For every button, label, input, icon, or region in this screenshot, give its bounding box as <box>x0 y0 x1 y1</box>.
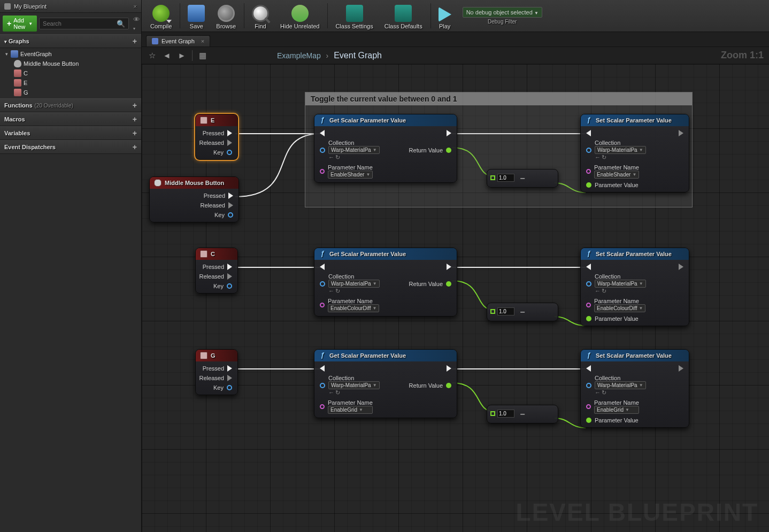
param-select[interactable]: EnableGrid▼ <box>328 406 373 414</box>
pin-a[interactable] <box>490 411 495 416</box>
pin-released[interactable]: Released <box>199 273 232 280</box>
pin-exec-in[interactable] <box>586 365 591 372</box>
add-function-icon[interactable]: + <box>133 101 137 110</box>
node-get-scalar-2[interactable]: Get Scalar Parameter Value CollectionWar… <box>314 248 457 317</box>
cat-functions[interactable]: Functions(20 Overridable)+ <box>0 98 141 112</box>
tree-eventgraph[interactable]: ▾EventGraph <box>0 49 141 59</box>
pin-pressed[interactable]: Pressed <box>203 130 232 136</box>
collection-select[interactable]: Warp-MaterialPa▼ <box>595 381 646 389</box>
pin-parameter-value[interactable]: Parameter Value <box>586 417 639 423</box>
pin-collection[interactable]: CollectionWarp-MaterialPa▼ ←↻ <box>586 375 646 396</box>
cat-graphs[interactable]: ▾Graphs+ <box>0 34 141 48</box>
tree-c[interactable]: C <box>0 68 141 78</box>
input-a[interactable] <box>497 174 514 182</box>
tree-e[interactable]: E <box>0 78 141 88</box>
pin-exec-in[interactable] <box>320 264 325 270</box>
play-button[interactable]: Play <box>433 0 457 32</box>
close-tab-icon[interactable]: × <box>201 38 204 44</box>
pin-released[interactable]: Released <box>199 375 232 381</box>
search-input[interactable] <box>43 20 117 27</box>
nav-fwd-icon[interactable]: ► <box>177 51 187 60</box>
pin-collection[interactable]: CollectionWarp-MaterialPa▼ ←↻ <box>320 273 380 295</box>
nav-graph-icon[interactable]: ▦ <box>198 51 207 60</box>
collection-select[interactable]: Warp-MaterialPa▼ <box>328 146 380 154</box>
node-subtract-3[interactable]: − <box>487 405 558 423</box>
cat-dispatchers[interactable]: Event Dispatchers+ <box>0 140 141 154</box>
input-a[interactable] <box>497 307 514 315</box>
panel-tab[interactable]: My Blueprint × <box>0 0 141 13</box>
save-button[interactable]: Save <box>182 0 211 32</box>
pin-exec-out[interactable] <box>447 264 451 270</box>
param-select[interactable]: EnableShader▼ <box>594 171 639 179</box>
pin-exec-out[interactable] <box>447 365 451 372</box>
collection-select[interactable]: Warp-MaterialPa▼ <box>595 146 646 154</box>
pin-pressed[interactable]: Pressed <box>204 192 233 199</box>
node-key-g[interactable]: G Pressed Released Key <box>195 349 238 395</box>
pin-parameter-value[interactable]: Parameter Value <box>586 315 639 322</box>
collection-select[interactable]: Warp-MaterialPa▼ <box>595 280 646 288</box>
pin-key[interactable]: Key <box>213 283 232 289</box>
node-key-e[interactable]: E Pressed Released Key <box>195 114 238 160</box>
pin-exec-in[interactable] <box>586 264 591 270</box>
pin-pressed[interactable]: Pressed <box>203 365 232 372</box>
close-icon[interactable]: × <box>134 3 137 10</box>
pin-return-value[interactable]: Return Value <box>409 147 451 153</box>
browse-button[interactable]: Browse <box>211 0 242 32</box>
pin-collection[interactable]: CollectionWarp-MaterialPa▼ ←↻ <box>320 140 380 161</box>
favorite-icon[interactable]: ☆ <box>147 51 157 60</box>
node-set-scalar-1[interactable]: Set Scalar Parameter Value CollectionWar… <box>580 114 689 192</box>
search-box[interactable]: 🔍 <box>39 18 129 29</box>
pin-exec-out[interactable] <box>447 130 451 136</box>
input-a[interactable] <box>497 410 514 418</box>
class-settings-button[interactable]: Class Settings <box>330 0 379 32</box>
tree-g[interactable]: G <box>0 88 141 97</box>
cat-macros[interactable]: Macros+ <box>0 112 141 126</box>
tab-event-graph[interactable]: Event Graph × <box>146 35 210 47</box>
add-graph-icon[interactable]: + <box>133 37 137 45</box>
node-middle-mouse[interactable]: Middle Mouse Button Pressed Released Key <box>149 176 239 222</box>
pin-key[interactable]: Key <box>213 384 232 391</box>
pin-exec-out[interactable] <box>679 365 683 372</box>
pin-pressed[interactable]: Pressed <box>203 264 232 270</box>
node-key-c[interactable]: C Pressed Released Key <box>195 248 238 294</box>
pin-released[interactable]: Released <box>199 140 232 146</box>
collection-select[interactable]: Warp-MaterialPa▼ <box>328 381 380 389</box>
pin-parameter-name[interactable]: Parameter NameEnableShader▼ <box>586 164 639 179</box>
pin-return-value[interactable]: Return Value <box>409 281 451 287</box>
node-get-scalar-1[interactable]: Get Scalar Parameter Value CollectionWar… <box>314 114 457 183</box>
pin-key[interactable]: Key <box>214 212 233 218</box>
node-get-scalar-3[interactable]: Get Scalar Parameter Value CollectionWar… <box>314 349 457 418</box>
node-set-scalar-3[interactable]: Set Scalar Parameter Value CollectionWar… <box>580 349 689 428</box>
param-select[interactable]: EnableColourDiff▼ <box>328 304 379 312</box>
pin-collection[interactable]: CollectionWarp-MaterialPa▼ ←↻ <box>586 273 646 295</box>
node-subtract-2[interactable]: − <box>487 303 558 321</box>
nav-back-icon[interactable]: ◄ <box>162 51 172 60</box>
pin-exec-in[interactable] <box>586 130 591 136</box>
cat-variables[interactable]: Variables+ <box>0 126 141 140</box>
param-select[interactable]: EnableGrid▼ <box>594 406 639 414</box>
breadcrumb-root[interactable]: ExampleMap <box>277 51 321 60</box>
pin-a[interactable] <box>490 175 495 180</box>
add-variable-icon[interactable]: + <box>133 129 137 137</box>
pin-parameter-name[interactable]: Parameter NameEnableColourDiff▼ <box>320 298 379 312</box>
add-new-button[interactable]: +Add New▼ <box>3 16 37 32</box>
pin-exec-in[interactable] <box>320 365 325 372</box>
pin-parameter-name[interactable]: Parameter NameEnableShader▼ <box>320 164 373 179</box>
pin-parameter-value[interactable]: Parameter Value <box>586 182 639 188</box>
pin-collection[interactable]: CollectionWarp-MaterialPa▼ ←↻ <box>320 375 380 396</box>
pin-released[interactable]: Released <box>201 202 233 209</box>
pin-parameter-name[interactable]: Parameter NameEnableGrid▼ <box>320 399 373 414</box>
pin-key[interactable]: Key <box>213 149 232 156</box>
debug-object-select[interactable]: No debug object selected ▼ <box>463 7 542 18</box>
pin-exec-out[interactable] <box>679 264 683 270</box>
hide-unrelated-button[interactable]: Hide Unrelated <box>275 0 325 32</box>
visibility-toggle[interactable]: 👁▾ <box>131 16 142 32</box>
graph-canvas[interactable]: Toggle the current value between 0 and 1… <box>142 64 769 532</box>
add-macro-icon[interactable]: + <box>133 115 137 124</box>
collection-select[interactable]: Warp-MaterialPa▼ <box>328 280 380 288</box>
tree-mmb[interactable]: Middle Mouse Button <box>0 59 141 68</box>
find-button[interactable]: Find <box>247 0 275 32</box>
param-select[interactable]: EnableShader▼ <box>328 171 373 179</box>
compile-button[interactable]: Compile <box>145 0 178 32</box>
param-select[interactable]: EnableColourDiff▼ <box>594 304 645 312</box>
